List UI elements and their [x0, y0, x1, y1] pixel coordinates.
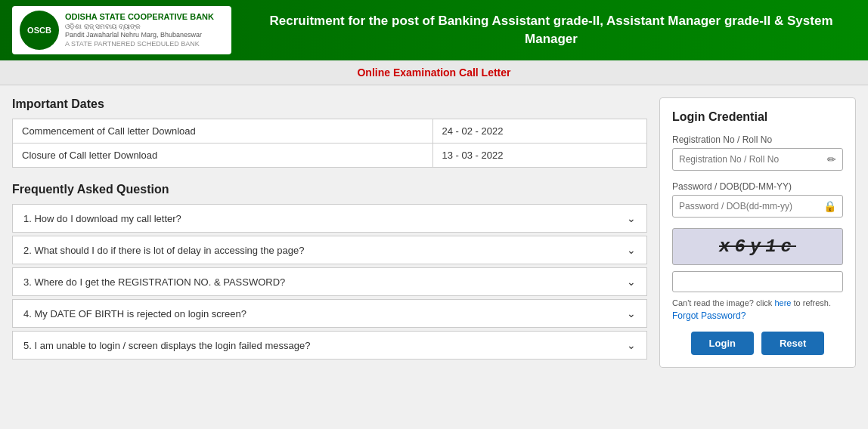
faq-item[interactable]: 1. How do I download my call letter?⌄	[12, 204, 647, 233]
faq-text: 2. What should I do if there is lot of d…	[23, 245, 304, 256]
faq-text: 1. How do I download my call letter?	[23, 213, 181, 224]
chevron-down-icon: ⌄	[627, 244, 636, 256]
captcha-input[interactable]	[672, 271, 843, 292]
login-panel: Login Credential Registration No / Roll …	[659, 97, 856, 368]
date-value: 13 - 03 - 2022	[432, 144, 646, 168]
sub-header: Online Examination Call Letter	[0, 60, 868, 85]
date-label: Closure of Call letter Download	[13, 144, 433, 168]
forgot-password-link[interactable]: Forgot Password?	[672, 310, 843, 321]
captcha-image: x6y1c	[672, 228, 843, 265]
left-panel: Important Dates Commencement of Call let…	[12, 97, 647, 363]
chevron-down-icon: ⌄	[627, 212, 636, 224]
faq-item[interactable]: 2. What should I do if there is lot of d…	[12, 236, 647, 264]
chevron-down-icon: ⌄	[627, 276, 636, 288]
captcha-hint: Can't read the image? click here to refr…	[672, 298, 843, 307]
password-input-group: 🔒	[672, 195, 843, 218]
login-button[interactable]: Login	[691, 332, 754, 355]
faq-item[interactable]: 5. I am unable to login / screen display…	[12, 331, 647, 360]
lock-icon: 🔒	[817, 200, 842, 212]
faq-item[interactable]: 4. My DATE OF BIRTH is rejected on login…	[12, 299, 647, 328]
faq-list: 1. How do I download my call letter?⌄2. …	[12, 204, 647, 360]
faq-text: 3. Where do I get the REGISTRATION NO. &…	[23, 276, 285, 288]
captcha-refresh-link[interactable]: here	[774, 298, 791, 307]
password-input[interactable]	[673, 196, 817, 217]
edit-icon: ✏	[821, 153, 842, 165]
faq-item[interactable]: 3. Where do I get the REGISTRATION NO. &…	[12, 267, 647, 296]
dates-table: Commencement of Call letter Download24 -…	[12, 119, 647, 168]
main-content: Important Dates Commencement of Call let…	[0, 85, 868, 380]
chevron-down-icon: ⌄	[627, 307, 636, 319]
sub-header-label: Online Examination Call Letter	[357, 66, 510, 79]
important-dates-title: Important Dates	[12, 97, 647, 111]
faq-text: 4. My DATE OF BIRTH is rejected on login…	[23, 308, 246, 319]
header-logo: OSCB ODISHA STATE COOPERATIVE BANK ଓଡ଼ିଶ…	[12, 6, 231, 54]
faq-title: Frequently Asked Question	[12, 183, 647, 196]
date-value: 24 - 02 - 2022	[432, 119, 646, 144]
reg-input-group: ✏	[672, 148, 843, 171]
header: OSCB ODISHA STATE COOPERATIVE BANK ଓଡ଼ିଶ…	[0, 0, 868, 60]
table-row: Commencement of Call letter Download24 -…	[13, 119, 647, 144]
recruitment-title: Recruitment for the post of Banking Assi…	[246, 12, 856, 48]
login-title: Login Credential	[672, 110, 843, 124]
reset-button[interactable]: Reset	[761, 332, 824, 355]
reg-label: Registration No / Roll No	[672, 134, 843, 145]
bank-name: ODISHA STATE COOPERATIVE BANK ଓଡ଼ିଶା ରାଜ…	[65, 11, 214, 48]
faq-text: 5. I am unable to login / screen display…	[23, 340, 310, 351]
password-label: Password / DOB(DD-MM-YY)	[672, 181, 843, 192]
logo-icon: OSCB	[20, 11, 59, 50]
table-row: Closure of Call letter Download13 - 03 -…	[13, 144, 647, 168]
button-row: Login Reset	[672, 332, 843, 355]
chevron-down-icon: ⌄	[627, 339, 636, 351]
date-label: Commencement of Call letter Download	[13, 119, 433, 144]
reg-input[interactable]	[673, 149, 821, 170]
